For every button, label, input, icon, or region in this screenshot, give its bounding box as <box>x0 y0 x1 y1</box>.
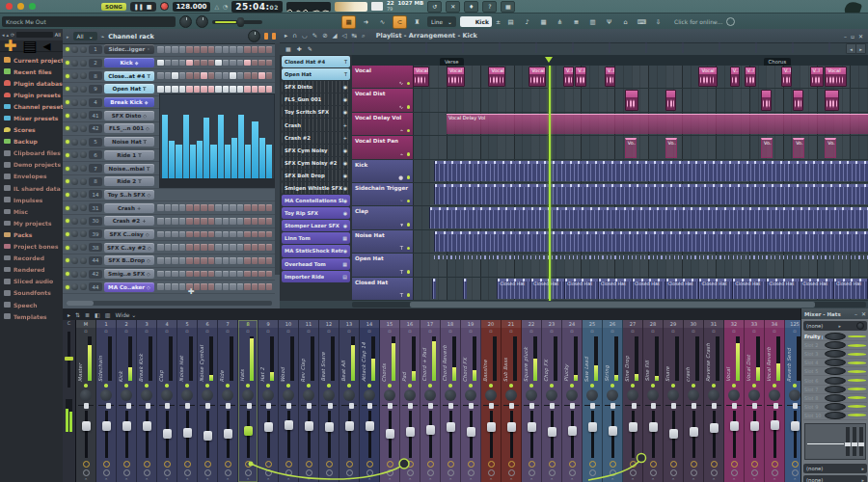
track-enable-led[interactable] <box>407 200 411 203</box>
fx-slot-led[interactable] <box>848 379 866 382</box>
strip-enable-led[interactable] <box>610 383 614 388</box>
step-cell[interactable] <box>172 72 178 79</box>
strip-enable-led[interactable] <box>590 383 594 388</box>
step-cell[interactable] <box>165 60 172 67</box>
step-cell[interactable] <box>208 218 215 225</box>
step-cell[interactable] <box>266 218 273 225</box>
channel-name-button[interactable]: Noise HatT <box>104 137 154 147</box>
strip-enable-led[interactable] <box>307 383 311 388</box>
strip-stereo-slider[interactable] <box>220 402 235 409</box>
strip-fader[interactable] <box>704 409 723 460</box>
strip-fx-lamp[interactable] <box>407 461 414 468</box>
strip-stereo-slider[interactable] <box>503 402 519 409</box>
track-enable-led[interactable] <box>407 175 411 179</box>
velocity-bar[interactable] <box>231 138 237 178</box>
step-cell[interactable] <box>258 60 265 67</box>
mixer-strip[interactable]: 20 ▫ Bassline ⌃ <box>481 320 502 482</box>
strip-pan-knob[interactable] <box>121 389 132 401</box>
browser-item[interactable]: Project bones <box>0 241 63 253</box>
step-cell[interactable] <box>223 257 230 264</box>
browser-item[interactable]: Recent files <box>0 66 63 77</box>
strip-fader[interactable] <box>279 409 298 460</box>
strip-fader[interactable] <box>258 409 278 460</box>
step-cell[interactable] <box>252 244 258 251</box>
strip-fader[interactable] <box>339 409 359 460</box>
step-cell[interactable] <box>252 72 258 79</box>
step-cell[interactable] <box>223 271 230 278</box>
channel-mute-led[interactable] <box>66 100 69 104</box>
track-header[interactable]: Closed Hat T <box>352 278 413 300</box>
track-enable-led[interactable] <box>407 270 411 274</box>
touch-controller-icon[interactable]: ⌂ <box>619 16 632 28</box>
strip-mute-ring[interactable] <box>488 469 495 476</box>
mixer-strip[interactable]: 1 ▫ Sidechain ⌃ <box>96 320 117 482</box>
collapse-icon[interactable]: ◂ <box>43 37 51 55</box>
step-cell[interactable] <box>201 204 207 211</box>
strip-fader[interactable] <box>664 409 683 460</box>
step-cell[interactable] <box>194 271 201 278</box>
fx-slot-led[interactable] <box>848 396 866 399</box>
strip-stereo-slider[interactable] <box>159 402 175 409</box>
step-cell[interactable] <box>252 231 258 238</box>
strip-enable-led[interactable] <box>793 383 797 388</box>
track-header[interactable]: Noise Hat T <box>352 230 413 253</box>
picker-item[interactable]: SFX Disto ◉ <box>282 81 350 93</box>
snap-select[interactable]: Line⌄ <box>427 16 456 27</box>
strip-enable-led[interactable] <box>671 383 675 388</box>
strip-route-arrow[interactable]: ⌃ <box>428 478 432 482</box>
step-cell[interactable] <box>237 46 244 53</box>
mx-menu-icon[interactable]: ▸ <box>68 311 70 318</box>
step-cell[interactable] <box>157 72 164 79</box>
strip-mute-ring[interactable] <box>670 469 677 476</box>
strip-fx-lamp[interactable] <box>711 461 718 468</box>
step-cell[interactable] <box>252 271 258 278</box>
playlist-title[interactable]: Playlist - Arrangement - Kick <box>376 32 477 40</box>
strip-stereo-slider[interactable] <box>746 402 762 409</box>
channel-mixer-number[interactable]: 42 <box>89 124 102 133</box>
step-cell[interactable] <box>244 257 251 264</box>
channel-pan-knob[interactable] <box>71 72 78 79</box>
mic-icon[interactable]: ♦ <box>464 1 478 13</box>
step-cell[interactable] <box>186 86 193 93</box>
mx-view-icon[interactable]: ▥ <box>105 311 111 318</box>
mixer-strip[interactable]: 7 ▫ Ride ⌃ <box>218 320 238 482</box>
step-cell[interactable] <box>165 72 172 79</box>
step-cell[interactable] <box>165 231 172 238</box>
strip-fx-lamp[interactable] <box>488 461 495 468</box>
strip-fx-lamp[interactable] <box>589 461 596 468</box>
step-cell[interactable] <box>244 244 251 251</box>
strip-route-arrow[interactable]: ⌃ <box>165 478 169 482</box>
channel-rack-title[interactable]: Channel rack <box>108 33 154 40</box>
strip-pan-knob[interactable] <box>627 389 638 401</box>
clip[interactable]: Vo..t <box>793 138 804 157</box>
channel-name-button[interactable]: Crash+ <box>104 203 154 213</box>
track-lane[interactable] <box>413 160 868 182</box>
strip-enable-led[interactable] <box>327 383 331 388</box>
clip[interactable]: Closed Hat <box>530 279 564 299</box>
strip-fx-lamp[interactable] <box>123 461 130 468</box>
strip-stereo-slider[interactable] <box>402 402 418 409</box>
step-cell[interactable] <box>194 46 201 53</box>
step-cell[interactable] <box>252 60 258 67</box>
clip[interactable] <box>434 231 868 252</box>
strip-fader[interactable] <box>218 409 237 460</box>
mixer-strip[interactable]: 33 ▫ Vocal Dist ⌃ <box>745 320 765 482</box>
mixer-strip[interactable]: 29 ▫ Snare ⌃ <box>664 320 684 482</box>
strip-fader[interactable] <box>765 409 784 460</box>
strip-stereo-slider[interactable] <box>139 402 154 409</box>
step-cell[interactable] <box>194 244 201 251</box>
strip-stereo-slider[interactable] <box>544 402 559 409</box>
strip-fx-lamp[interactable] <box>650 461 657 468</box>
step-cell[interactable] <box>179 257 186 264</box>
mixer-strip[interactable]: 32 ▫ Vocal ⌃ <box>724 320 745 482</box>
strip-mute-ring[interactable] <box>285 469 292 476</box>
strip-fx-lamp[interactable] <box>285 461 292 468</box>
clip[interactable]: Closed Hat <box>632 279 665 299</box>
step-cell[interactable] <box>266 86 273 93</box>
step-cell[interactable] <box>194 60 201 67</box>
channel-mute-led[interactable] <box>66 272 69 276</box>
strip-enable-led[interactable] <box>428 383 432 388</box>
step-cell[interactable] <box>237 257 244 264</box>
channel-name-button[interactable]: Ride 2T <box>104 176 154 186</box>
mixer-strip[interactable]: 19 ▫ Chord FX ⌃ <box>461 320 481 482</box>
